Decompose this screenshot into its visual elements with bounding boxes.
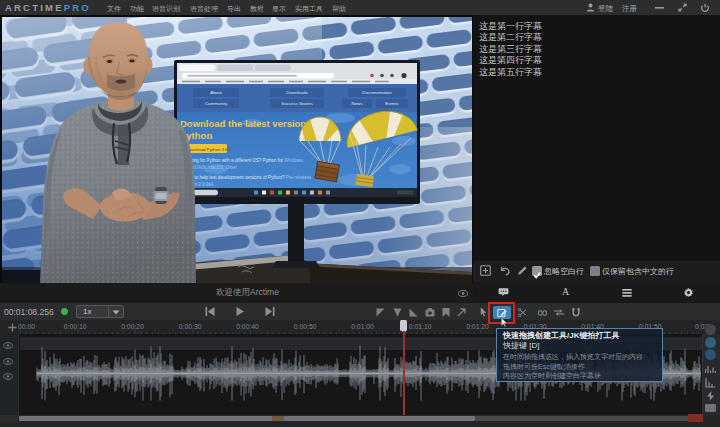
- svg-text:Documentation: Documentation: [362, 90, 392, 95]
- svg-text:About: About: [210, 90, 222, 95]
- svg-text:Download the latest version of: Download the latest version of: [180, 118, 319, 129]
- svg-text:News: News: [352, 101, 364, 106]
- svg-text:Downloads: Downloads: [286, 90, 309, 95]
- svg-text:Success Stories: Success Stories: [281, 101, 313, 106]
- svg-text:Events: Events: [385, 101, 399, 106]
- svg-text:Community: Community: [205, 101, 228, 106]
- svg-text:Download Python 3.8.2: Download Python 3.8.2: [186, 147, 232, 152]
- svg-text:Want to help test development: Want to help test development versions o…: [183, 175, 312, 180]
- svg-text:Looking for Python with a diff: Looking for Python with a different OS? …: [183, 158, 304, 163]
